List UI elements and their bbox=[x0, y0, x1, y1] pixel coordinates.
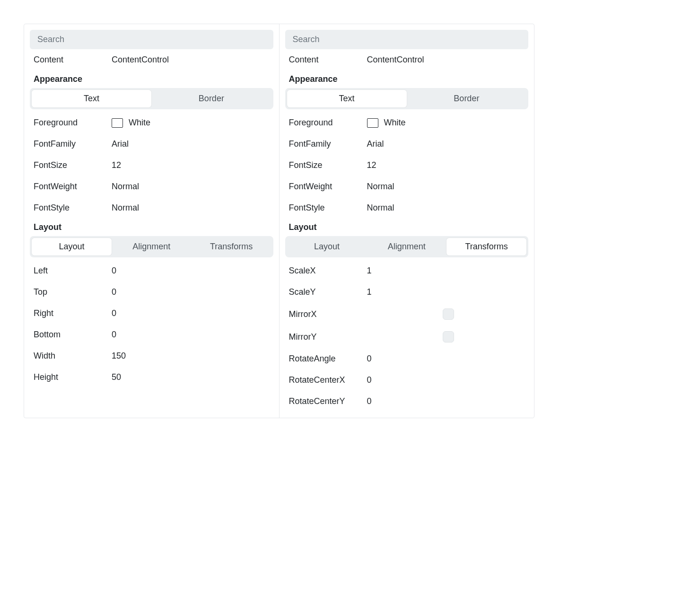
search-input[interactable] bbox=[30, 30, 273, 49]
left-label: Left bbox=[34, 266, 112, 276]
height-value[interactable]: 50 bbox=[112, 372, 121, 382]
fontsize-row: FontSize 12 bbox=[285, 155, 529, 176]
tab-transforms[interactable]: Transforms bbox=[192, 238, 271, 255]
fontsize-value[interactable]: 12 bbox=[112, 160, 121, 170]
foreground-label: Foreground bbox=[34, 118, 112, 128]
scaley-row: ScaleY 1 bbox=[285, 281, 529, 303]
right-value[interactable]: 0 bbox=[112, 308, 116, 318]
bottom-label: Bottom bbox=[34, 330, 112, 340]
layout-header: Layout bbox=[30, 219, 273, 234]
content-row: Content ContentControl bbox=[30, 49, 273, 70]
content-label: Content bbox=[289, 55, 367, 65]
rotateangle-label: RotateAngle bbox=[289, 354, 367, 364]
fontfamily-row: FontFamily Arial bbox=[30, 133, 273, 155]
scaley-label: ScaleY bbox=[289, 287, 367, 297]
rotateangle-value[interactable]: 0 bbox=[367, 354, 372, 364]
fontsize-label: FontSize bbox=[34, 160, 112, 170]
content-value[interactable]: ContentControl bbox=[112, 55, 169, 65]
top-label: Top bbox=[34, 287, 112, 297]
fontfamily-value[interactable]: Arial bbox=[367, 139, 384, 149]
left-value[interactable]: 0 bbox=[112, 266, 116, 276]
height-row: Height 50 bbox=[30, 367, 273, 388]
top-value[interactable]: 0 bbox=[112, 287, 116, 297]
right-label: Right bbox=[34, 308, 112, 318]
layout-header: Layout bbox=[285, 219, 529, 234]
bottom-value[interactable]: 0 bbox=[112, 330, 116, 340]
mirrory-label: MirrorY bbox=[289, 332, 367, 342]
foreground-value[interactable]: White bbox=[129, 118, 150, 128]
mirrorx-label: MirrorX bbox=[289, 309, 367, 319]
appearance-tabs: Text Border bbox=[285, 88, 529, 109]
mirrorx-row: MirrorX bbox=[285, 303, 529, 325]
fontfamily-label: FontFamily bbox=[34, 139, 112, 149]
fontfamily-row: FontFamily Arial bbox=[285, 133, 529, 155]
tab-layout[interactable]: Layout bbox=[287, 238, 367, 255]
height-label: Height bbox=[34, 372, 112, 382]
fontweight-label: FontWeight bbox=[34, 182, 112, 192]
tab-alignment[interactable]: Alignment bbox=[367, 238, 446, 255]
top-row: Top 0 bbox=[30, 281, 273, 303]
rotatecenterx-label: RotateCenterX bbox=[289, 375, 367, 385]
fontstyle-row: FontStyle Normal bbox=[285, 197, 529, 219]
fontweight-value[interactable]: Normal bbox=[112, 182, 139, 192]
content-row: Content ContentControl bbox=[285, 49, 529, 70]
fontstyle-label: FontStyle bbox=[34, 203, 112, 213]
fontfamily-label: FontFamily bbox=[289, 139, 367, 149]
right-row: Right 0 bbox=[30, 303, 273, 324]
search-input[interactable] bbox=[285, 30, 529, 49]
appearance-header: Appearance bbox=[285, 70, 529, 86]
scalex-label: ScaleX bbox=[289, 266, 367, 276]
tab-text[interactable]: Text bbox=[287, 90, 407, 107]
fontfamily-value[interactable]: Arial bbox=[112, 139, 129, 149]
tab-border[interactable]: Border bbox=[407, 90, 526, 107]
tab-transforms[interactable]: Transforms bbox=[446, 238, 526, 255]
foreground-label: Foreground bbox=[289, 118, 367, 128]
color-swatch-icon[interactable] bbox=[112, 118, 123, 128]
content-label: Content bbox=[34, 55, 112, 65]
scalex-row: ScaleX 1 bbox=[285, 260, 529, 281]
mirrory-row: MirrorY bbox=[285, 325, 529, 348]
rotatecentery-row: RotateCenterY 0 bbox=[285, 391, 529, 412]
tab-border[interactable]: Border bbox=[151, 90, 271, 107]
fontstyle-label: FontStyle bbox=[289, 203, 367, 213]
mirrory-checkbox[interactable] bbox=[443, 331, 454, 343]
layout-tabs: Layout Alignment Transforms bbox=[30, 236, 273, 257]
foreground-row: Foreground White bbox=[285, 112, 529, 133]
appearance-tabs: Text Border bbox=[30, 88, 273, 109]
fontweight-row: FontWeight Normal bbox=[30, 176, 273, 197]
rotateangle-row: RotateAngle 0 bbox=[285, 348, 529, 369]
rotatecenterx-value[interactable]: 0 bbox=[367, 375, 372, 385]
width-row: Width 150 bbox=[30, 345, 273, 367]
scaley-value[interactable]: 1 bbox=[367, 287, 372, 297]
foreground-value[interactable]: White bbox=[384, 118, 406, 128]
rotatecentery-label: RotateCenterY bbox=[289, 396, 367, 406]
foreground-row: Foreground White bbox=[30, 112, 273, 133]
width-label: Width bbox=[34, 351, 112, 361]
mirrorx-checkbox[interactable] bbox=[443, 308, 454, 320]
appearance-header: Appearance bbox=[30, 70, 273, 86]
content-value[interactable]: ContentControl bbox=[367, 55, 424, 65]
property-panels-container: Content ContentControl Appearance Text B… bbox=[24, 24, 534, 418]
left-property-panel: Content ContentControl Appearance Text B… bbox=[24, 24, 280, 418]
bottom-row: Bottom 0 bbox=[30, 324, 273, 345]
rotatecenterx-row: RotateCenterX 0 bbox=[285, 369, 529, 391]
fontweight-value[interactable]: Normal bbox=[367, 182, 394, 192]
scalex-value[interactable]: 1 bbox=[367, 266, 372, 276]
color-swatch-icon[interactable] bbox=[367, 118, 378, 128]
left-row: Left 0 bbox=[30, 260, 273, 281]
right-property-panel: Content ContentControl Appearance Text B… bbox=[280, 24, 534, 418]
rotatecentery-value[interactable]: 0 bbox=[367, 396, 372, 406]
fontstyle-row: FontStyle Normal bbox=[30, 197, 273, 219]
fontsize-label: FontSize bbox=[289, 160, 367, 170]
tab-text[interactable]: Text bbox=[32, 90, 151, 107]
fontstyle-value[interactable]: Normal bbox=[112, 203, 139, 213]
fontsize-row: FontSize 12 bbox=[30, 155, 273, 176]
fontweight-label: FontWeight bbox=[289, 182, 367, 192]
width-value[interactable]: 150 bbox=[112, 351, 126, 361]
fontsize-value[interactable]: 12 bbox=[367, 160, 376, 170]
layout-tabs: Layout Alignment Transforms bbox=[285, 236, 529, 257]
fontweight-row: FontWeight Normal bbox=[285, 176, 529, 197]
fontstyle-value[interactable]: Normal bbox=[367, 203, 394, 213]
tab-alignment[interactable]: Alignment bbox=[112, 238, 192, 255]
tab-layout[interactable]: Layout bbox=[32, 238, 112, 255]
